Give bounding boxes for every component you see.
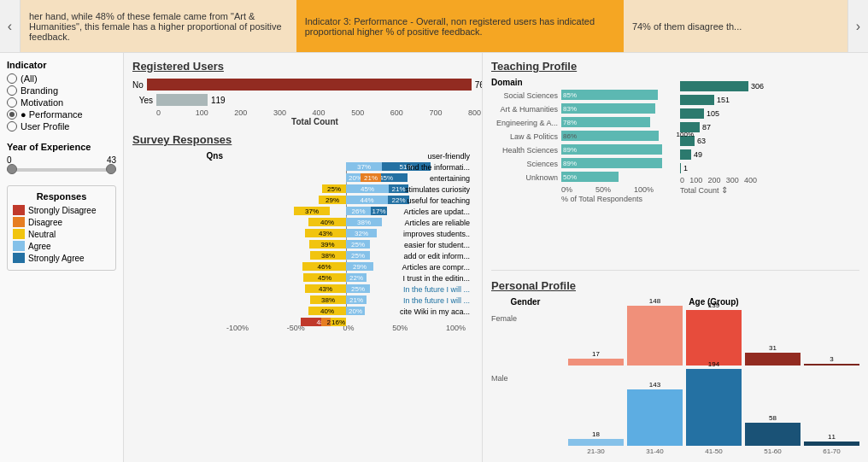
bar-row-no: No 762 [132,78,473,91]
radio-circle-branding [7,85,17,96]
survey-questions-labels: user-friendly find the informati... ente… [132,151,473,320]
slider-track[interactable] [7,168,116,172]
count-row-6: 1 [680,162,859,174]
main-content: Indicator (All) Branding Motivation ● Pe… [0,53,868,462]
count-row-0: 306 [680,80,859,92]
domain-col-header: Domain [491,78,675,87]
personal-chart-wrapper: Gender Female Male Age (Group) [491,297,859,455]
bar-value-yes: 119 [211,96,226,105]
legend-color-neutral [13,229,25,239]
year-range: 0 43 [7,155,116,165]
prev-button[interactable]: ‹ [0,0,21,52]
next-button[interactable]: › [847,0,868,52]
count-row-5: 49 [680,149,859,161]
qn-label-4: useful for teaching [132,196,470,207]
teaching-pct-chart: Domain Social Sciences 85% Art & Humanit… [491,78,675,203]
qn-label-10: Articles are compr... [132,262,470,273]
domain-row-3: Law & Politics 86% 100% [491,131,675,143]
age-col-f-2: 139 [686,301,742,366]
legend-color-strongly-agree [13,253,25,263]
registered-users-title: Registered Users [132,60,473,73]
pct-axis: 0% 50% 100% [561,185,654,194]
count-row-4: 63 [680,135,859,147]
legend-color-agree [13,241,25,251]
qn-label-13: In the future I will ... [132,295,470,307]
domain-row-0: Social Sciences 85% [491,90,675,102]
count-axis-label: Total Count ⇕ [680,185,859,195]
radio-branding[interactable]: Branding [7,85,116,96]
gender-row-male: Male [491,370,560,387]
bar-label-yes: Yes [132,96,153,105]
banner-text-2: Indicator 3: Performance - Overall, non … [296,0,624,52]
personal-title: Personal Profile [491,279,859,292]
reg-users-axis: 0 100 200 300 400 500 600 700 800 [156,108,481,117]
count-row-2: 105 [680,108,859,120]
top-banner: ‹ her hand, while 48% of these female ca… [0,0,868,53]
personal-section: Personal Profile Gender Female Male Age … [491,279,859,455]
count-row-1: 151 [680,94,859,106]
slider-left-thumb[interactable] [7,164,17,174]
age-col-f-3: 31 [745,344,801,366]
right-panel: Teaching Profile Domain Social Sciences … [483,53,868,462]
domain-row-5: Sciences 89% [491,158,675,170]
age-col-m-0: 18 [568,430,624,446]
qn-label-9: add or edit inform... [132,251,470,262]
age-col-m-4: 11 [804,433,859,446]
age-col-m-1: 143 [627,381,683,446]
slider-right-thumb[interactable] [106,164,116,174]
legend-disagree: Disagree [13,217,110,227]
legend-color-disagree [13,217,25,227]
indicator-radio-group: (All) Branding Motivation ● Performance … [7,73,116,132]
qn-label-5: Articles are updat... [132,207,470,218]
registered-users-chart: Registered Users No 762 Yes 119 0 [132,60,473,126]
domain-row-6: Unknown 50% [491,172,675,184]
radio-motivation[interactable]: Motivation [7,97,116,108]
indicator-section: Indicator (All) Branding Motivation ● Pe… [7,60,116,132]
legend-title: Responses [13,191,110,202]
count-row-3: 87 [680,121,859,133]
gender-chart: Gender Female Male [491,297,560,455]
legend-neutral: Neutral [13,229,110,239]
domain-row-2: Engineering & A... 78% [491,117,675,129]
survey-chart: Survey Responses Qns 37% 51% [132,133,473,332]
radio-performance[interactable]: ● Performance [7,109,116,120]
radio-user-profile[interactable]: User Profile [7,121,116,132]
age-chart: Age (Group) 17 148 [568,297,859,455]
teaching-count-chart: 306 151 105 87 [680,78,859,203]
qn-label-3: stimulates curiosity [132,184,470,196]
age-col-f-1: 148 [627,297,683,366]
qn-label-12: In the future I will ... [132,284,470,295]
domain-bar-0: 85% [561,90,675,102]
banner-text-3: 74% of them disagree th... [624,0,847,52]
bar-fill-no [147,79,472,91]
age-col-f-0: 17 [568,350,624,366]
responses-legend: Responses Strongly Disagree Disagree Neu… [7,185,116,271]
legend-agree: Agree [13,241,110,251]
bar-container-yes: 119 [156,93,226,107]
divider [491,270,859,271]
bar-container-no: 762 [147,78,483,91]
domain-row-1: Art & Humanities 83% [491,103,675,115]
bar-fill-yes [156,94,208,106]
qn-label-6: Articles are reliable [132,218,470,229]
reg-users-axis-title: Total Count [156,117,473,126]
qn-label-2: entertaining [132,173,470,184]
survey-title: Survey Responses [132,133,473,146]
gender-header: Gender [491,297,560,307]
indicator-title: Indicator [7,60,116,70]
qn-label-7: improves students.. [132,229,470,240]
radio-all[interactable]: (All) [7,73,116,84]
age-group-labels: 21-30 31-40 41-50 51-60 61-70 [568,447,859,455]
male-bars: 18 143 194 [568,369,859,446]
age-col-f-4: 3 [804,355,859,366]
qn-label-14: cite Wiki in my aca... [132,307,470,318]
teaching-chart-wrapper: Domain Social Sciences 85% Art & Humanit… [491,78,859,203]
banner-text-1: her hand, while 48% of these female came… [21,0,296,52]
gender-row-female: Female [491,310,560,327]
qn-label-11: I trust in the editin... [132,273,470,284]
year-title: Year of Experience [7,142,116,152]
domain-row-4: Health Sciences 89% [491,144,675,156]
radio-circle-performance [7,109,17,120]
bar-value-no: 762 [475,80,483,90]
qn-label-1: find the informati... [132,162,470,173]
